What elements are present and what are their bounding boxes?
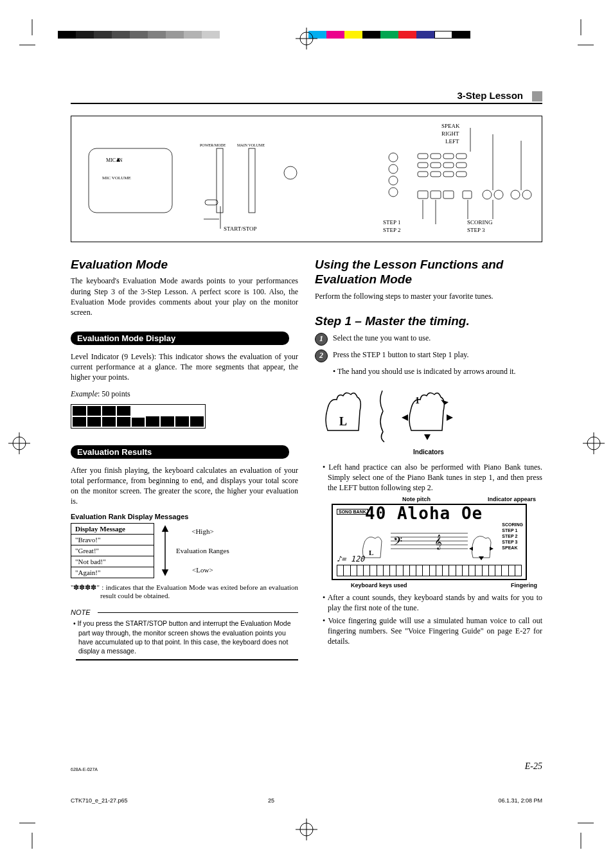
- level-indicator-figure: [71, 404, 206, 429]
- rank-messages-heading: Evaluation Rank Display Messages: [71, 513, 298, 520]
- svg-text:𝄢: 𝄢: [393, 535, 402, 551]
- svg-rect-32: [431, 163, 441, 168]
- range-labels: <High> Evaluation Ranges <Low>: [176, 527, 229, 574]
- svg-rect-27: [418, 154, 428, 159]
- svg-marker-66: [424, 434, 431, 440]
- voice-fingering-note: • Voice fingering guide will use a simul…: [315, 616, 542, 647]
- diagram-mic-volume: MIC VOLUME: [102, 175, 131, 181]
- page-number: E-25: [525, 761, 542, 772]
- range-arrow-icon: [161, 525, 170, 576]
- svg-point-43: [483, 190, 492, 199]
- range-mid: Evaluation Ranges: [176, 547, 229, 554]
- svg-rect-39: [418, 191, 428, 199]
- piano-bank-note: • Left hand practice can also be perform…: [315, 462, 542, 493]
- svg-rect-30: [456, 154, 466, 159]
- imprint-sheet: 25: [268, 797, 358, 804]
- hands-indicator-figure: L 1: [315, 385, 456, 443]
- step1-heading: Step 1 – Master the timing.: [315, 314, 542, 329]
- table-header: Display Message: [71, 524, 154, 535]
- svg-point-46: [522, 190, 531, 199]
- svg-text:L: L: [369, 549, 373, 556]
- svg-text:1: 1: [415, 396, 420, 405]
- svg-marker-77: [490, 547, 493, 551]
- svg-marker-61: [163, 570, 168, 575]
- table-row: "Bravo!": [71, 535, 154, 545]
- svg-text:L: L: [339, 415, 347, 428]
- asterisk-note: "✽✽✽✽" : indicates that the Evaluation M…: [71, 583, 298, 599]
- svg-rect-24: [249, 148, 255, 213]
- example-label: Example: [71, 389, 98, 398]
- lcd-keyboard-icon: [337, 565, 522, 576]
- svg-rect-37: [443, 172, 454, 177]
- svg-marker-64: [402, 414, 408, 421]
- diagram-left: LEFT: [445, 138, 459, 145]
- right-column: Using the Lesson Functions and Evaluatio…: [315, 255, 542, 660]
- lcd-label-fingering: Fingering: [511, 582, 537, 589]
- evaluation-results-desc: After you finish playing, the keyboard c…: [71, 465, 298, 507]
- lcd-label-keys: Keyboard keys used: [351, 582, 407, 589]
- svg-marker-76: [469, 547, 473, 551]
- step1-text: Select the tune you want to use.: [333, 333, 542, 343]
- crop-marks-bottom: [0, 810, 613, 849]
- level-indicator-desc: Level Indicator (9 Levels): This indicat…: [71, 351, 298, 383]
- step2-text: Press the STEP 1 button to start Step 1 …: [333, 350, 542, 360]
- evaluation-mode-heading: Evaluation Mode: [71, 258, 298, 272]
- diagram-step1: STEP 1: [383, 219, 400, 226]
- diagram-volume: MAIN VOLUME: [237, 143, 265, 147]
- svg-rect-31: [418, 163, 428, 168]
- lcd-display-figure: SONG BANK 40 Aloha Oe SCORING STEP 1 STE…: [332, 504, 527, 580]
- table-row: "Again!": [71, 567, 154, 578]
- diagram-start-stop: START/STOP: [224, 226, 257, 232]
- step-number-2-icon: 2: [315, 350, 328, 362]
- using-lesson-heading: Using the Lesson Functions and Evaluatio…: [315, 258, 542, 287]
- note-body: • If you press the START/STOP button and…: [71, 619, 298, 660]
- evaluation-display-heading: Evaluation Mode Display: [71, 332, 289, 345]
- diagram-right: RIGHT: [441, 130, 459, 137]
- lcd-song-bank: SONG BANK: [337, 509, 368, 515]
- page-header: 3-Step Lesson: [71, 90, 542, 104]
- display-message-table: Display Message "Bravo!" "Great!" "Not b…: [71, 523, 154, 578]
- diagram-step2: STEP 2: [383, 227, 400, 233]
- section-title: 3-Step Lesson: [457, 90, 523, 101]
- svg-rect-40: [431, 191, 441, 199]
- note-heading: NOTE: [71, 608, 298, 616]
- reg-mark-left-icon: [6, 430, 32, 456]
- example-value: : 50 points: [98, 389, 130, 398]
- svg-point-47: [389, 153, 398, 162]
- svg-text:𝄞: 𝄞: [434, 535, 442, 550]
- imprint-line: CTK710_e_21-27.p65 25 06.1.31, 2:08 PM: [71, 797, 542, 804]
- indicators-caption: Indicators: [315, 448, 542, 456]
- svg-rect-38: [456, 172, 466, 177]
- svg-rect-42: [463, 191, 472, 199]
- after-count-note: • After a count sounds, they keyboard st…: [315, 592, 542, 613]
- color-calibration-bar: [308, 31, 470, 39]
- header-chip-icon: [532, 91, 542, 102]
- lcd-tempo: ♪= 120: [337, 554, 364, 563]
- table-row: "Not bad!": [71, 556, 154, 567]
- range-high: <High>: [191, 527, 213, 535]
- svg-rect-34: [456, 163, 466, 168]
- svg-rect-29: [443, 154, 454, 159]
- svg-point-50: [389, 188, 398, 197]
- svg-point-45: [511, 190, 520, 199]
- lcd-right-labels: SCORING STEP 1 STEP 2 STEP 3 SPEAK: [502, 522, 523, 551]
- svg-rect-41: [443, 191, 454, 199]
- svg-marker-60: [163, 526, 168, 531]
- crop-marks-top: [0, 19, 613, 58]
- page-footer: 628A-E-027A E-25: [71, 761, 542, 772]
- svg-point-25: [284, 166, 297, 179]
- step2-sub: • The hand you should use is indicated b…: [315, 366, 542, 376]
- svg-rect-33: [443, 163, 454, 168]
- left-column: Evaluation Mode The keyboard's Evaluatio…: [71, 255, 298, 660]
- evaluation-results-heading: Evaluation Results: [71, 445, 289, 459]
- bw-calibration-bar: [58, 31, 220, 39]
- svg-rect-36: [431, 172, 441, 177]
- svg-point-48: [389, 164, 398, 173]
- svg-marker-78: [479, 556, 484, 560]
- imprint-date: 06.1.31, 2:08 PM: [498, 797, 542, 804]
- range-low: <Low>: [192, 566, 213, 574]
- table-row: "Great!": [71, 545, 154, 556]
- svg-rect-26: [205, 200, 218, 205]
- lcd-label-note-pitch: Note pitch: [402, 496, 431, 502]
- svg-point-49: [389, 176, 398, 185]
